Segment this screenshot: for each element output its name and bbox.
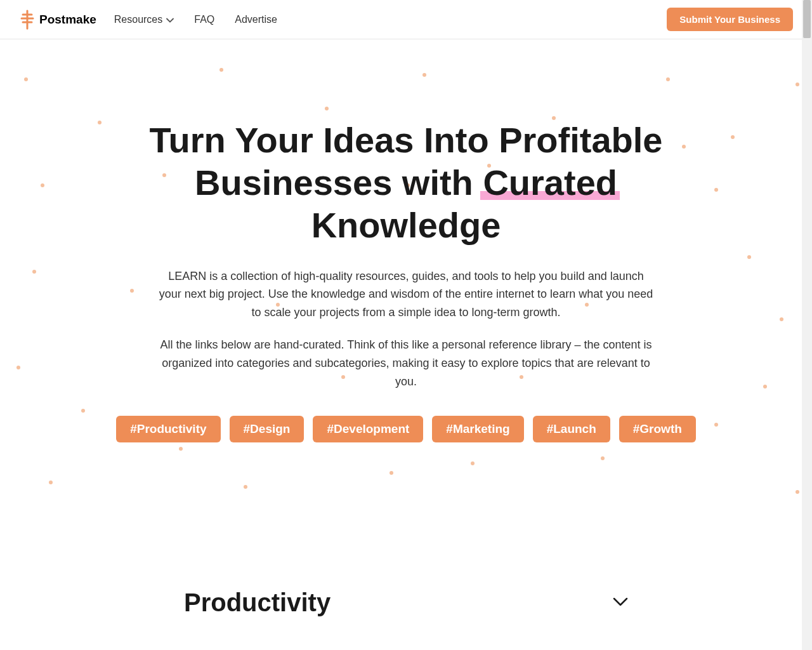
particle-dot bbox=[731, 135, 735, 139]
particle-dot bbox=[390, 471, 393, 475]
particle-dot bbox=[98, 121, 102, 124]
tag-marketing[interactable]: #Marketing bbox=[432, 416, 523, 442]
tag-list: #Productivity#Design#Development#Marketi… bbox=[114, 416, 698, 442]
submit-business-button[interactable]: Submit Your Business bbox=[667, 8, 793, 31]
chevron-down-icon bbox=[166, 14, 174, 25]
particle-dot bbox=[24, 77, 28, 81]
particle-dot bbox=[16, 366, 20, 369]
hero-description-1: LEARN is a collection of high-quality re… bbox=[159, 267, 653, 322]
particle-dot bbox=[666, 77, 670, 81]
hero-title: Turn Your Ideas Into Profitable Business… bbox=[114, 119, 698, 247]
header: Postmake Resources FAQ Advertise Submit … bbox=[0, 0, 812, 39]
tag-design[interactable]: #Design bbox=[230, 416, 304, 442]
nav-resources[interactable]: Resources bbox=[114, 14, 174, 25]
particle-dot bbox=[49, 481, 53, 484]
logo-icon bbox=[19, 10, 36, 30]
particle-dot bbox=[471, 461, 475, 465]
main-nav: Resources FAQ Advertise bbox=[114, 14, 277, 25]
hero-title-highlight: Curated bbox=[483, 161, 617, 204]
particle-dot bbox=[422, 73, 426, 77]
hero-content: Turn Your Ideas Into Profitable Business… bbox=[114, 119, 698, 442]
particle-dot bbox=[796, 490, 799, 494]
chevron-down-icon bbox=[613, 597, 628, 609]
section-title: Productivity bbox=[184, 588, 331, 617]
section-header[interactable]: Productivity bbox=[184, 588, 628, 617]
particle-dot bbox=[325, 107, 329, 110]
hero-description-2: All the links below are hand-curated. Th… bbox=[159, 336, 653, 390]
nav-resources-label: Resources bbox=[114, 14, 162, 25]
particle-dot bbox=[41, 183, 44, 187]
particle-dot bbox=[714, 188, 718, 192]
particle-dot bbox=[244, 485, 247, 489]
scrollbar-track[interactable] bbox=[802, 0, 812, 650]
particle-dot bbox=[796, 83, 799, 86]
particle-dot bbox=[780, 317, 783, 321]
particle-dot bbox=[219, 68, 223, 72]
nav-faq[interactable]: FAQ bbox=[194, 14, 214, 25]
tag-development[interactable]: #Development bbox=[313, 416, 423, 442]
particle-dot bbox=[179, 447, 183, 451]
productivity-section: Productivity Your Second Brain bbox=[165, 588, 647, 650]
tag-growth[interactable]: #Growth bbox=[619, 416, 696, 442]
tag-productivity[interactable]: #Productivity bbox=[116, 416, 220, 442]
logo-link[interactable]: Postmake bbox=[19, 10, 96, 30]
particle-dot bbox=[81, 409, 85, 413]
particle-dot bbox=[601, 456, 605, 460]
particle-dot bbox=[32, 270, 36, 274]
tag-launch[interactable]: #Launch bbox=[533, 416, 610, 442]
logo-text: Postmake bbox=[39, 13, 96, 27]
scrollbar-thumb[interactable] bbox=[803, 0, 811, 38]
hero-section: Turn Your Ideas Into Profitable Business… bbox=[0, 39, 812, 519]
particle-dot bbox=[763, 385, 767, 388]
particle-dot bbox=[714, 423, 718, 427]
list-item[interactable]: Your Second Brain bbox=[184, 647, 628, 650]
header-left: Postmake Resources FAQ Advertise bbox=[19, 10, 277, 30]
particle-dot bbox=[747, 255, 751, 259]
hero-title-part2: Knowledge bbox=[311, 205, 501, 245]
nav-advertise[interactable]: Advertise bbox=[235, 14, 277, 25]
